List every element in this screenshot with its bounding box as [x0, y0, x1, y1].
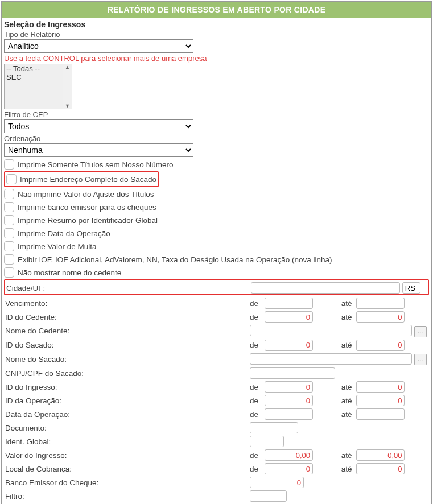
de-label: de	[249, 310, 263, 324]
report-form: RELATÓRIO DE INGRESSOS EM ABERTO POR CID…	[1, 1, 432, 504]
checkbox-exibir-iof[interactable]	[4, 254, 14, 265]
checkbox-label: Exibir IOF, IOF Adicional, AdValorem, NN…	[18, 255, 332, 264]
id-cedente-de-input[interactable]	[265, 311, 313, 323]
ident-global-input[interactable]	[250, 436, 284, 447]
data-operacao-ate-input[interactable]	[356, 408, 405, 420]
ate-label: até	[337, 338, 355, 352]
data-operacao-label: Data da Operação:	[4, 407, 249, 421]
checkbox-label: Imprime Valor de Multa	[18, 242, 97, 251]
id-cedente-ate-input[interactable]	[356, 311, 405, 323]
local-cobranca-ate-input[interactable]	[356, 463, 405, 474]
checkbox-imprime-valor-multa[interactable]	[4, 241, 14, 251]
section-title: Seleção de Ingressos	[4, 20, 429, 29]
checkbox-endereco-completo-sacado[interactable]	[6, 174, 17, 184]
checkbox-row: Exibir IOF, IOF Adicional, AdValorem, NN…	[4, 253, 429, 266]
ate-label: até	[337, 407, 355, 421]
id-cedente-label: ID do Cedente:	[4, 310, 249, 324]
ate-label: até	[337, 394, 355, 407]
empresa-option[interactable]: -- Todas --	[5, 64, 72, 73]
checkbox-resumo-ident-global[interactable]	[4, 215, 14, 225]
checkbox-row: Imprime Resumo por Identificador Global	[4, 214, 429, 226]
id-sacado-de-input[interactable]	[265, 340, 313, 351]
page-title: RELATÓRIO DE INGRESSOS EM ABERTO POR CID…	[2, 2, 431, 18]
de-label: de	[249, 407, 263, 421]
filtro-label: Filtro:	[4, 489, 249, 503]
checkbox-row: Imprime Valor de Multa	[4, 240, 429, 253]
filtro-cep-select[interactable]: Todos	[4, 119, 193, 133]
nome-sacado-label: Nome do Sacado:	[4, 352, 249, 367]
ate-label: até	[337, 310, 355, 324]
documento-input[interactable]	[250, 422, 298, 433]
nome-cedente-lookup-button[interactable]: ...	[414, 326, 427, 337]
id-operacao-ate-input[interactable]	[356, 395, 405, 406]
empresa-option[interactable]: SEC	[5, 73, 72, 81]
valor-ingresso-de-input[interactable]	[265, 449, 313, 461]
chevron-up-icon: ▲	[65, 64, 70, 70]
checkbox-row: Imprime banco emissor para os cheques	[4, 201, 429, 213]
cnpj-cpf-label: CNPJ/CPF do Sacado:	[4, 366, 249, 380]
de-label: de	[249, 380, 263, 394]
filtro-input[interactable]	[250, 490, 287, 502]
nome-sacado-lookup-button[interactable]: ...	[414, 354, 427, 365]
checkbox-row: Não imprime Valor do Ajuste dos Títulos	[4, 188, 429, 200]
banco-emissor-input[interactable]	[250, 477, 304, 488]
uf-input[interactable]	[402, 282, 420, 294]
checkbox-row: Imprime Somente Títulos sem Nosso Número	[4, 158, 429, 171]
nome-cedente-label: Nome do Cedente:	[4, 324, 249, 338]
ate-label: até	[337, 296, 355, 310]
documento-label: Documento:	[4, 421, 249, 435]
de-label: de	[249, 296, 263, 310]
checkbox-label: Imprime Resumo por Identificador Global	[18, 216, 158, 225]
ate-label: até	[337, 462, 355, 476]
checkbox-imprime-data-operacao[interactable]	[4, 228, 14, 238]
checkbox-row: Imprime Data da Operação	[4, 227, 429, 239]
tipo-relatorio-label: Tipo de Relatório	[4, 30, 429, 39]
local-cobranca-de-input[interactable]	[265, 463, 313, 474]
id-sacado-label: ID do Sacado:	[4, 338, 249, 352]
nome-sacado-input[interactable]	[250, 353, 412, 365]
cnpj-cpf-input[interactable]	[250, 367, 335, 379]
checkbox-nao-imprime-valor-ajuste[interactable]	[4, 189, 14, 199]
id-sacado-ate-input[interactable]	[356, 340, 405, 351]
de-label: de	[249, 338, 263, 352]
cidade-input[interactable]	[251, 282, 400, 294]
id-operacao-de-input[interactable]	[265, 395, 313, 406]
data-operacao-de-input[interactable]	[265, 408, 313, 420]
ate-label: até	[337, 448, 355, 462]
checkbox-label: Imprime Data da Operação	[18, 229, 110, 238]
scrollbar[interactable]: ▲ ▼	[63, 64, 72, 109]
id-operacao-label: ID da Operação:	[4, 394, 249, 407]
de-label: de	[249, 448, 263, 462]
de-label: de	[249, 462, 263, 476]
checkbox-label: Não mostrar nome do cedente	[18, 268, 121, 277]
checkbox-label: Imprime banco emissor para os cheques	[18, 203, 156, 212]
checkbox-row: Não mostrar nome do cedente	[4, 266, 429, 279]
filtro-cep-label: Filtro de CEP	[4, 110, 429, 119]
vencimento-ate-input[interactable]	[356, 298, 405, 309]
nome-cedente-input[interactable]	[250, 325, 412, 336]
checkbox-label: Não imprime Valor do Ajuste dos Títulos	[18, 190, 154, 199]
checkbox-nao-mostrar-nome-cedente[interactable]	[4, 267, 14, 278]
id-ingresso-de-input[interactable]	[265, 381, 313, 393]
id-ingresso-label: ID do Ingresso:	[4, 380, 249, 394]
checkbox-label: Imprime Endereço Completo do Sacado	[20, 175, 156, 184]
vencimento-de-input[interactable]	[265, 298, 313, 309]
tipo-relatorio-select[interactable]: Analítico	[4, 39, 193, 53]
banco-emissor-label: Banco Emissor do Cheque:	[4, 476, 249, 489]
local-cobranca-label: Local de Cobrança:	[4, 462, 249, 476]
ordenacao-select[interactable]: Nenhuma	[4, 143, 193, 157]
de-label: de	[249, 394, 263, 407]
ordenacao-label: Ordenação	[4, 134, 429, 143]
checkbox-row: Imprime Endereço Completo do Sacado	[6, 173, 156, 185]
checkbox-banco-emissor-cheques[interactable]	[4, 202, 14, 212]
vencimento-label: Vencimento:	[4, 296, 249, 310]
help-text: Use a tecla CONTROL para selecionar mais…	[4, 54, 429, 63]
chevron-down-icon: ▼	[65, 103, 70, 109]
cidade-uf-label: Cidade/UF:	[5, 282, 250, 294]
empresas-listbox[interactable]: -- Todas -- SEC ▲ ▼	[4, 64, 72, 109]
ident-global-label: Ident. Global:	[4, 435, 249, 448]
checkbox-titulos-sem-nosso-numero[interactable]	[4, 159, 14, 170]
valor-ingresso-ate-input[interactable]	[356, 449, 405, 461]
checkbox-label: Imprime Somente Títulos sem Nosso Número	[18, 160, 174, 169]
id-ingresso-ate-input[interactable]	[356, 381, 405, 393]
